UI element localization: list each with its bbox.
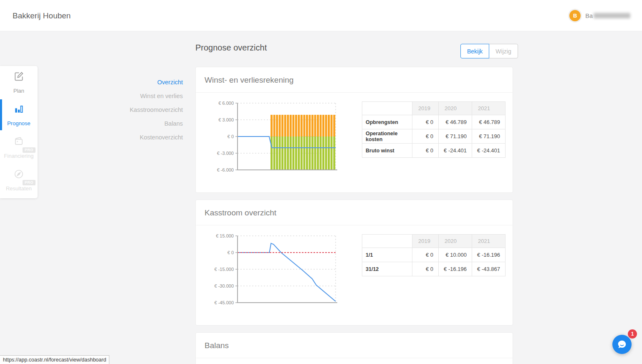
- pro-badge: PRO: [23, 147, 35, 153]
- status-url: https://app.coastr.nl/forecast/view/dash…: [0, 355, 109, 364]
- user-name-redacted: [594, 13, 630, 18]
- cashflow-table: 2019202020211/1€ 0€ 10.000€ -16.19631/12…: [362, 234, 506, 276]
- table-header-2020: 2020: [439, 235, 472, 248]
- table-header-2021: 2021: [472, 235, 506, 248]
- cell-value: € 0: [412, 144, 439, 158]
- svg-text:€ -15.000: € -15.000: [215, 267, 234, 272]
- svg-text:€ -6.000: € -6.000: [217, 167, 234, 172]
- table-row: 1/1€ 0€ 10.000€ -16.196: [362, 248, 506, 262]
- card-title: Balans: [196, 333, 513, 358]
- chat-launcher[interactable]: 1: [612, 335, 632, 354]
- cell-value: € 0: [412, 248, 439, 262]
- app-header: Bakkerij Houben B Ba: [0, 0, 642, 31]
- cell-value: € 10.000: [439, 248, 472, 262]
- table-header-2019: 2019: [412, 102, 439, 115]
- page-title: Prognose overzicht: [195, 43, 267, 53]
- wijzig-button[interactable]: Wijzig: [489, 44, 518, 58]
- wallet-icon: [0, 136, 38, 147]
- cell-value: € -43.867: [472, 262, 506, 276]
- table-header-blank: [362, 102, 412, 115]
- sidebar-item-label: Plan: [0, 88, 38, 94]
- cell-value: € 46.789: [472, 115, 506, 129]
- row-label: Operationele kosten: [362, 129, 412, 144]
- card-winst-en-verlies: Winst- en verliesrekening € 6.000€ 3.000…: [195, 67, 513, 193]
- pro-badge: PRO: [23, 180, 35, 185]
- cashflow-chart: € 15.000€ 0€ -15.000€ -30.000€ -45.000: [209, 232, 339, 307]
- sidebar-item-prognose[interactable]: Prognose: [0, 99, 38, 131]
- table-row: Operationele kosten€ 0€ 71.190€ 71.190: [362, 129, 506, 144]
- bar-chart-icon: [0, 104, 38, 114]
- sidebar-item-financiering: PROFinanciering: [0, 131, 38, 164]
- chat-bubble-icon: [616, 339, 628, 350]
- sidebar-item-plan[interactable]: Plan: [0, 66, 38, 99]
- chat-unread-badge: 1: [628, 329, 637, 339]
- cell-value: € 0: [412, 262, 439, 276]
- subnav-kasstroomoverzicht[interactable]: Kasstroomoverzicht: [91, 103, 183, 117]
- subnav-balans[interactable]: Balans: [91, 117, 183, 131]
- row-label: 31/12: [362, 262, 412, 276]
- user-name: Ba: [585, 13, 593, 19]
- view-mode-toggle: Bekijk Wijzig: [460, 44, 518, 58]
- svg-text:€ -30.000: € -30.000: [215, 283, 234, 288]
- svg-text:€ 3.000: € 3.000: [218, 117, 234, 122]
- table-row: Bruto winst€ 0€ -24.401€ -24.401: [362, 144, 506, 158]
- sidebar-item-resultaten: PROResultaten: [0, 164, 38, 196]
- sidebar-item-label: Prognose: [0, 120, 38, 126]
- row-label: 1/1: [362, 248, 412, 262]
- cell-value: € 46.789: [439, 115, 472, 129]
- cell-value: € 0: [412, 129, 439, 144]
- card-title: Winst- en verliesrekening: [196, 67, 513, 93]
- pnl-table: 201920202021Opbrengsten€ 0€ 46.789€ 46.7…: [362, 101, 506, 158]
- sidebar-item-label: Resultaten: [0, 185, 38, 192]
- card-balans: Balans: [195, 332, 513, 364]
- user-menu[interactable]: B Ba: [569, 0, 630, 31]
- card-title: Kasstroom overzicht: [196, 200, 513, 225]
- svg-text:€ 15.000: € 15.000: [216, 233, 234, 238]
- cell-value: € 71.190: [439, 129, 472, 144]
- avatar[interactable]: B: [569, 10, 581, 21]
- svg-text:€ 0: € 0: [227, 134, 234, 139]
- subnav: OverzichtWinst en verliesKasstroomoverzi…: [91, 76, 183, 144]
- table-row: Opbrengsten€ 0€ 46.789€ 46.789: [362, 115, 506, 129]
- app-root: Bakkerij Houben B Ba PlanPrognosePROFina…: [0, 0, 642, 364]
- table-header-2021: 2021: [472, 102, 506, 115]
- edit-icon: [0, 71, 38, 82]
- cell-value: € 71.190: [472, 129, 506, 144]
- company-name: Bakkerij Houben: [13, 0, 71, 31]
- svg-text:€ -45.000: € -45.000: [215, 300, 234, 305]
- card-kasstroom: Kasstroom overzicht € 15.000€ 0€ -15.000…: [195, 200, 513, 326]
- cell-value: € -16.196: [472, 248, 506, 262]
- table-header-2020: 2020: [439, 102, 472, 115]
- subnav-overzicht[interactable]: Overzicht: [91, 76, 183, 89]
- table-row: 31/12€ 0€ -16.196€ -43.867: [362, 262, 506, 276]
- table-header-blank: [362, 235, 412, 248]
- subnav-kostenoverzicht[interactable]: Kostenoverzicht: [91, 131, 183, 144]
- row-label: Opbrengsten: [362, 115, 412, 129]
- cell-value: € 0: [412, 115, 439, 129]
- svg-text:€ -3.000: € -3.000: [217, 151, 234, 156]
- cell-value: € -16.196: [439, 262, 472, 276]
- compass-icon: [0, 169, 38, 179]
- cell-value: € -24.401: [472, 144, 506, 158]
- sidebar-item-label: Financiering: [0, 153, 38, 159]
- sidebar: PlanPrognosePROFinancieringPROResultaten: [0, 66, 38, 198]
- cell-value: € -24.401: [439, 144, 472, 158]
- row-label: Bruto winst: [362, 144, 412, 158]
- svg-text:€ 0: € 0: [227, 250, 234, 255]
- subnav-winst-en-verlies[interactable]: Winst en verlies: [91, 89, 183, 103]
- table-header-2019: 2019: [412, 235, 439, 248]
- pnl-chart: € 6.000€ 3.000€ 0€ -3.000€ -6.000: [209, 99, 339, 174]
- bekijk-button[interactable]: Bekijk: [460, 44, 489, 58]
- svg-text:€ 6.000: € 6.000: [218, 101, 234, 106]
